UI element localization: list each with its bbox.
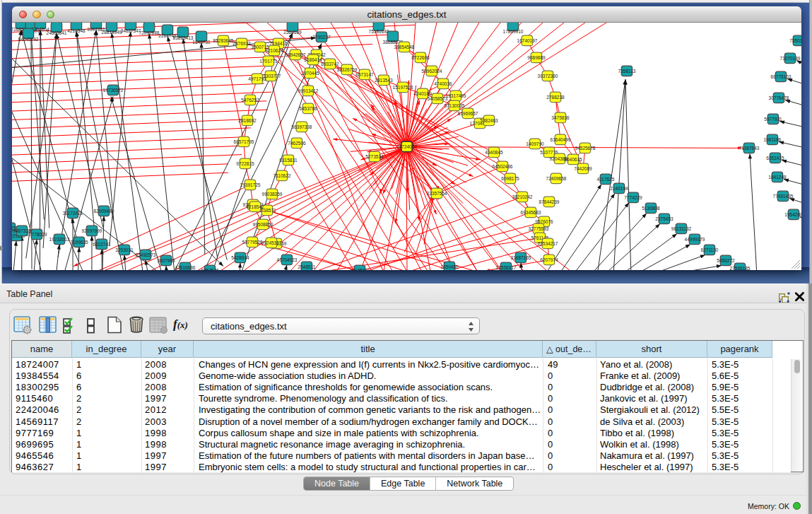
svg-text:1701771: 1701771	[259, 59, 278, 64]
svg-text:7358113: 7358113	[618, 69, 636, 74]
svg-text:8210624: 8210624	[265, 48, 283, 53]
svg-text:2548511: 2548511	[298, 264, 316, 269]
svg-text:22534217: 22534217	[538, 241, 558, 246]
svg-text:57130035: 57130035	[445, 103, 465, 108]
svg-text:15197528: 15197528	[393, 85, 413, 90]
svg-text:1848731: 1848731	[192, 40, 211, 45]
svg-text:64502486: 64502486	[493, 164, 513, 169]
svg-text:72092888: 72092888	[139, 30, 160, 35]
svg-text:5186414: 5186414	[304, 57, 322, 62]
svg-text:31172421: 31172421	[63, 211, 83, 216]
svg-text:19317495: 19317495	[446, 93, 466, 98]
svg-text:4971793: 4971793	[248, 76, 266, 81]
svg-text:6573147: 6573147	[355, 72, 374, 77]
svg-text:5977931: 5977931	[764, 117, 782, 122]
svg-text:38210242: 38210242	[512, 194, 533, 199]
svg-text:7199635: 7199635	[70, 240, 88, 245]
svg-text:63640499: 63640499	[551, 137, 571, 142]
svg-text:71070189: 71070189	[780, 56, 801, 61]
svg-text:6752576: 6752576	[201, 268, 219, 270]
svg-text:39854548: 39854548	[394, 45, 415, 49]
svg-text:83863413: 83863413	[173, 35, 194, 40]
svg-text:50962024: 50962024	[422, 69, 442, 74]
svg-text:16740197: 16740197	[517, 38, 538, 43]
svg-text:6207974: 6207974	[540, 257, 558, 262]
svg-text:1841248: 1841248	[768, 175, 787, 180]
svg-text:82909480: 82909480	[94, 209, 114, 214]
svg-text:6933742: 6933742	[321, 62, 339, 66]
svg-text:3253031: 3253031	[115, 247, 134, 252]
svg-text:69345683: 69345683	[521, 210, 541, 215]
svg-text:5382463: 5382463	[480, 118, 498, 123]
svg-text:4117625: 4117625	[597, 177, 615, 182]
svg-text:4218542: 4218542	[246, 204, 264, 209]
svg-text:7774229: 7774229	[624, 195, 642, 200]
svg-text:84045292: 84045292	[18, 37, 39, 42]
svg-text:77491435: 77491435	[773, 194, 794, 199]
svg-text:24665841: 24665841	[47, 30, 67, 35]
svg-text:19391725: 19391725	[240, 182, 261, 187]
svg-text:2140194: 2140194	[610, 186, 628, 191]
svg-text:2564689: 2564689	[283, 30, 302, 35]
svg-text:13326769: 13326769	[337, 67, 358, 72]
svg-text:72409658: 72409658	[546, 176, 567, 181]
svg-text:32775593: 32775593	[529, 226, 549, 231]
svg-text:19736572: 19736572	[103, 88, 124, 93]
svg-text:99038359: 99038359	[262, 192, 283, 197]
svg-text:6022741: 6022741	[93, 242, 111, 247]
svg-text:87844239: 87844239	[539, 199, 560, 204]
svg-text:27566185: 27566185	[730, 266, 751, 270]
svg-text:3970445: 3970445	[301, 71, 319, 76]
svg-text:5456272: 5456272	[717, 258, 735, 263]
svg-text:99508850: 99508850	[253, 222, 273, 227]
svg-text:98231132: 98231132	[671, 226, 692, 231]
svg-text:3475836: 3475836	[551, 115, 570, 120]
svg-text:19233013: 19233013	[49, 237, 70, 242]
svg-text:1981186: 1981186	[764, 137, 782, 142]
svg-text:4240180: 4240180	[413, 91, 432, 96]
svg-text:47135391: 47135391	[350, 268, 370, 270]
svg-text:2876932: 2876932	[233, 41, 251, 46]
svg-text:6098175: 6098175	[501, 176, 519, 181]
svg-text:3607983: 3607983	[157, 258, 175, 263]
svg-text:71367643: 71367643	[739, 146, 760, 151]
svg-text:1954280: 1954280	[784, 212, 801, 217]
svg-text:8722606: 8722606	[411, 55, 430, 60]
svg-text:47816686: 47816686	[175, 265, 196, 270]
svg-text:4340845: 4340845	[485, 150, 503, 155]
svg-text:85283645: 85283645	[213, 38, 234, 43]
svg-text:8640615: 8640615	[564, 157, 582, 162]
svg-text:18724007: 18724007	[396, 144, 417, 149]
svg-text:2375453: 2375453	[655, 216, 673, 221]
svg-text:4214348: 4214348	[67, 28, 86, 33]
svg-text:33357554: 33357554	[427, 191, 447, 196]
svg-text:2818692: 2818692	[238, 118, 257, 123]
svg-text:66775103: 66775103	[771, 74, 792, 79]
svg-text:27778019: 27778019	[27, 232, 47, 237]
svg-text:56397338: 56397338	[292, 124, 312, 129]
svg-text:3790237: 3790237	[312, 35, 331, 40]
svg-text:5428914: 5428914	[231, 255, 249, 260]
svg-text:9689889: 9689889	[527, 55, 546, 60]
svg-text:6271130: 6271130	[701, 247, 719, 252]
svg-text:58942697: 58942697	[286, 52, 306, 57]
svg-text:54058573: 54058573	[428, 96, 448, 101]
svg-text:25492573: 25492573	[136, 252, 156, 257]
svg-text:17869910: 17869910	[503, 29, 524, 34]
svg-text:99245317: 99245317	[261, 240, 282, 245]
svg-text:39372360: 39372360	[538, 74, 558, 78]
svg-text:7550190: 7550190	[789, 38, 801, 43]
svg-text:5130808: 5130808	[642, 206, 660, 211]
svg-text:43704923: 43704923	[277, 257, 298, 262]
svg-text:2813543: 2813543	[375, 78, 393, 83]
svg-text:7442089: 7442089	[574, 166, 592, 171]
svg-text:6261415: 6261415	[766, 156, 784, 160]
svg-text:81969657: 81969657	[458, 111, 478, 116]
svg-text:53779528: 53779528	[242, 240, 263, 245]
svg-text:7110622: 7110622	[273, 173, 291, 178]
svg-text:68571795: 68571795	[234, 139, 254, 144]
svg-text:1059486: 1059486	[440, 264, 459, 269]
svg-text:75181648: 75181648	[369, 29, 389, 34]
svg-text:5453786: 5453786	[299, 106, 317, 111]
svg-text:34627347: 34627347	[121, 28, 141, 33]
